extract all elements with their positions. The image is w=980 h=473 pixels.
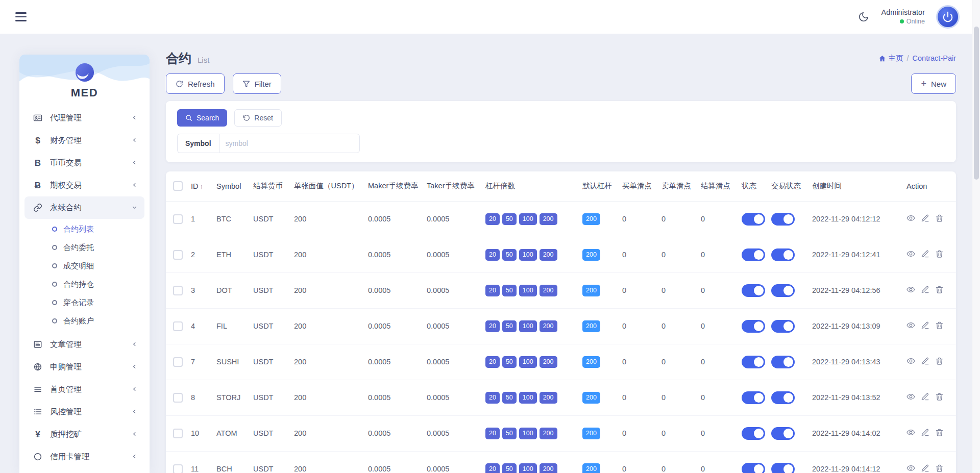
view-icon[interactable] [906,214,915,222]
trade-status-toggle[interactable] [771,213,795,226]
sidebar-item-5[interactable]: 文章管理 [24,333,144,356]
view-icon[interactable] [906,250,915,258]
row-checkbox[interactable] [173,429,183,438]
trade-status-toggle[interactable] [771,391,795,404]
edit-icon[interactable] [921,285,929,294]
edit-icon[interactable] [921,357,929,365]
reset-button[interactable]: Reset [234,109,282,127]
view-icon[interactable] [906,464,915,472]
trade-status-toggle[interactable] [771,248,795,261]
column-header[interactable]: 单张面值（USDT） [292,171,366,201]
view-icon[interactable] [906,428,915,437]
row-checkbox[interactable] [173,250,183,260]
row-checkbox[interactable] [173,393,183,403]
row-checkbox[interactable] [173,357,183,367]
delete-icon[interactable] [935,285,944,294]
trade-status-toggle[interactable] [771,284,795,297]
symbol-input[interactable] [219,134,360,153]
row-checkbox[interactable] [173,464,183,473]
column-header[interactable]: 卖单滑点 [659,171,699,201]
breadcrumb-current[interactable]: Contract-Pair [913,54,956,62]
column-header[interactable]: 创建时间 [810,171,904,201]
sidebar-subitem-0[interactable]: 合约列表 [19,220,150,238]
user-avatar[interactable] [936,5,960,29]
filter-button[interactable]: Filter [233,73,281,94]
refresh-button[interactable]: Refresh [166,73,225,94]
delete-icon[interactable] [935,214,944,222]
sidebar-subitem-2[interactable]: 成交明细 [19,257,150,275]
search-button[interactable]: Search [177,109,227,127]
sidebar-subitem-4[interactable]: 穿仓记录 [19,293,150,312]
sidebar-item-7[interactable]: 首页管理 [24,378,144,401]
view-icon[interactable] [906,285,915,294]
sidebar-item-6[interactable]: 申购管理 [24,356,144,378]
cell-maker-fee: 0.0005 [366,344,425,380]
row-checkbox[interactable] [173,286,183,295]
sidebar-subitem-1[interactable]: 合约委托 [19,238,150,257]
sidebar-item-2[interactable]: B币币交易 [24,152,144,174]
dark-mode-toggle[interactable] [858,11,870,23]
status-toggle[interactable] [742,248,765,261]
column-header[interactable]: 结算货币 [251,171,292,201]
status-toggle[interactable] [742,284,765,297]
leverage-badge: 200 [540,213,557,225]
edit-icon[interactable] [921,464,929,472]
cell-settle-slippage: 0 [699,451,740,473]
edit-icon[interactable] [921,214,929,222]
edit-icon[interactable] [921,321,929,330]
leverage-badge: 20 [485,320,500,332]
column-header[interactable]: 状态 [740,171,769,201]
new-button[interactable]: + New [911,73,956,94]
delete-icon[interactable] [935,250,944,258]
sidebar-item-1[interactable]: $财务管理 [24,129,144,152]
sidebar-item-10[interactable]: 信用卡管理 [24,445,144,468]
status-toggle[interactable] [742,320,765,333]
scrollbar[interactable] [972,0,980,473]
scrollbar-thumb[interactable] [974,27,979,180]
leverage-badge: 200 [540,356,557,368]
view-icon[interactable] [906,357,915,365]
edit-icon[interactable] [921,250,929,258]
menu-toggle-button[interactable] [15,12,27,21]
sidebar-item-3[interactable]: Ƀ期权交易 [24,174,144,196]
column-header[interactable]: 默认杠杆 [580,171,620,201]
row-checkbox[interactable] [173,321,183,331]
view-icon[interactable] [906,392,915,401]
sidebar-subitem-label: 合约列表 [63,225,94,234]
edit-icon[interactable] [921,428,929,437]
sidebar-item-9[interactable]: ¥质押挖矿 [24,423,144,445]
column-header[interactable]: 结算滑点 [699,171,740,201]
column-header[interactable]: ID↑ [189,171,214,201]
column-header[interactable]: Symbol [214,171,251,201]
column-header[interactable]: 交易状态 [769,171,810,201]
status-toggle[interactable] [742,356,765,368]
sidebar-item-0[interactable]: 代理管理 [24,107,144,129]
delete-icon[interactable] [935,464,944,472]
column-header[interactable]: Maker手续费率 [366,171,425,201]
sidebar-item-8[interactable]: 风控管理 [24,401,144,423]
status-toggle[interactable] [742,427,765,440]
view-icon[interactable] [906,321,915,330]
sidebar-item-4[interactable]: 永续合约 [24,196,144,219]
edit-icon[interactable] [921,392,929,401]
trade-status-toggle[interactable] [771,427,795,440]
status-toggle[interactable] [742,391,765,404]
delete-icon[interactable] [935,357,944,365]
trade-status-toggle[interactable] [771,320,795,333]
breadcrumb-home-link[interactable]: 主页 [878,54,903,63]
status-toggle[interactable] [742,213,765,226]
delete-icon[interactable] [935,321,944,330]
delete-icon[interactable] [935,392,944,401]
column-header[interactable]: Taker手续费率 [425,171,483,201]
row-checkbox[interactable] [173,214,183,224]
trade-status-toggle[interactable] [771,463,795,473]
status-toggle[interactable] [742,463,765,473]
trade-status-toggle[interactable] [771,356,795,368]
delete-icon[interactable] [935,428,944,437]
column-header[interactable]: 杠杆倍数 [483,171,580,201]
sidebar-subitem-3[interactable]: 合约持仓 [19,275,150,293]
sidebar-subitem-5[interactable]: 合约账户 [19,312,150,330]
cell-settle-slippage: 0 [699,272,740,308]
column-header[interactable]: 买单滑点 [620,171,659,201]
select-all-checkbox[interactable] [173,181,183,191]
